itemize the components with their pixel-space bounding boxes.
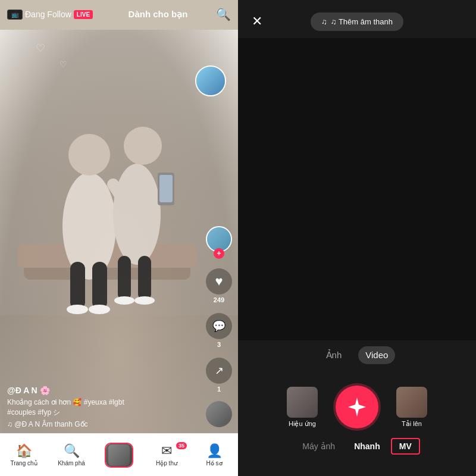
- nav-explore[interactable]: 🔍 Khám phá: [48, 443, 95, 466]
- sparkle-icon: [346, 396, 368, 418]
- explore-label: Khám phá: [58, 460, 85, 466]
- caption: Khoảng cách ơi hơn 🥰 #yeuxa #lgbt #coupl…: [7, 397, 196, 418]
- nav-create[interactable]: [95, 443, 143, 468]
- svg-point-5: [124, 127, 162, 165]
- heart-decoration-1: ♡: [36, 42, 45, 55]
- right-top-bar: ✕ ♫ ♫ Thêm âm thanh: [238, 0, 476, 38]
- home-icon: 🏠: [16, 443, 32, 459]
- nav-inbox[interactable]: ✉ 35 Hộp thư: [143, 443, 190, 466]
- upload-label: Tải lên: [402, 420, 422, 428]
- svg-point-12: [114, 296, 134, 305]
- profile-label: Hồ sơ: [206, 460, 223, 466]
- tab-title[interactable]: Dành cho bạn: [100, 9, 216, 20]
- heart-decoration-2: ♡: [60, 60, 67, 69]
- svg-rect-9: [138, 256, 151, 300]
- tab-mayanha[interactable]: Máy ảnh: [294, 438, 343, 455]
- mode-selector: Ảnh Video: [238, 340, 476, 364]
- effect-control[interactable]: Hiệu ứng: [287, 387, 318, 428]
- like-count: 249: [214, 296, 224, 303]
- bottom-tabs: Máy ảnh Nhanh MV: [238, 438, 476, 464]
- add-sound-button[interactable]: ♫ ♫ Thêm âm thanh: [311, 12, 403, 31]
- svg-rect-15: [159, 175, 173, 202]
- capture-button[interactable]: [336, 386, 378, 428]
- share-count: 1: [217, 386, 221, 393]
- like-button[interactable]: ♥ 249: [206, 268, 232, 303]
- live-badge: LIVE: [74, 10, 93, 19]
- bottom-nav: 🏠 Trang chủ 🔍 Khám phá ✉ 35 Hộp thư 👤 Hồ…: [0, 433, 238, 476]
- add-sound-label: ♫ Thêm âm thanh: [331, 17, 393, 26]
- profile-icon: 👤: [206, 443, 223, 459]
- music-info: ♫ @Đ A N Âm thanh Gốc: [7, 420, 196, 428]
- comment-count: 3: [217, 341, 221, 348]
- camera-controls-section: Hiệu ứng Tải lên: [238, 376, 476, 438]
- following-text[interactable]: Đang Follow: [25, 10, 71, 19]
- live-tv-icon: 📺: [7, 10, 23, 20]
- tab-nhanh[interactable]: Nhanh: [346, 438, 389, 455]
- svg-point-2: [62, 173, 116, 280]
- tab-mv[interactable]: MV: [391, 438, 420, 455]
- explore-icon: 🔍: [64, 443, 80, 459]
- svg-rect-6: [70, 262, 85, 309]
- top-bar: 📺 Đang Follow LIVE Dành cho bạn 🔍: [0, 0, 238, 29]
- right-actions: + ♥ 249 💬 3 ↗ 1: [206, 226, 232, 393]
- profile-circle[interactable]: [195, 65, 226, 96]
- video-info: @Đ A N 🌸 Khoảng cách ơi hơn 🥰 #yeuxa #lg…: [7, 386, 196, 428]
- svg-point-4: [113, 164, 161, 265]
- svg-point-3: [68, 134, 110, 176]
- music-avatar[interactable]: [206, 401, 232, 427]
- inbox-badge: 35: [176, 442, 187, 449]
- share-button[interactable]: ↗ 1: [206, 358, 232, 393]
- camera-viewfinder: [238, 38, 476, 340]
- capture-inner: [340, 390, 374, 424]
- close-button[interactable]: ✕: [248, 12, 267, 31]
- search-icon[interactable]: 🔍: [216, 7, 231, 21]
- svg-point-10: [67, 305, 88, 314]
- svg-point-11: [89, 305, 110, 314]
- nav-profile[interactable]: 👤 Hồ sơ: [190, 443, 238, 466]
- follow-button[interactable]: +: [206, 226, 232, 259]
- svg-rect-8: [118, 256, 131, 300]
- music-note-icon: ♫: [321, 17, 327, 26]
- upload-control[interactable]: Tải lên: [396, 387, 427, 428]
- username: @Đ A N 🌸: [7, 386, 196, 395]
- live-section[interactable]: 📺 Đang Follow LIVE: [7, 10, 95, 20]
- comment-button[interactable]: 💬 3: [206, 313, 232, 348]
- home-label: Trang chủ: [10, 460, 37, 466]
- mode-video[interactable]: Video: [358, 346, 395, 364]
- svg-rect-7: [92, 262, 107, 309]
- right-panel: ✕ ♫ ♫ Thêm âm thanh ↺ Lật 1× ⏱ Tốc độ ✦ …: [238, 0, 476, 476]
- svg-point-13: [134, 296, 155, 305]
- controls-row: Hiệu ứng Tải lên: [238, 386, 476, 428]
- mode-anh[interactable]: Ảnh: [319, 346, 349, 364]
- nav-home[interactable]: 🏠 Trang chủ: [0, 443, 48, 466]
- inbox-label: Hộp thư: [156, 460, 177, 466]
- left-panel: ♡ ♡ 📺 Đang Follow LIVE Dành cho bạn 🔍 + …: [0, 0, 238, 476]
- inbox-icon: ✉: [161, 443, 172, 459]
- effect-label: Hiệu ứng: [289, 420, 316, 428]
